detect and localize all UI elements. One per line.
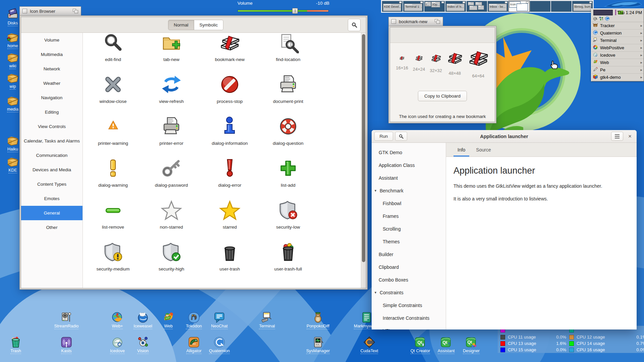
category-weather[interactable]: Weather [21,76,83,90]
volume-slider-handle[interactable] [292,8,298,14]
desktop-icon-vision[interactable]: Vision [130,336,156,353]
deskbar-app-quaternion[interactable]: Quaternion ▸ [591,29,644,37]
workspace-tile-6[interactable]: Inbox - be... [488,1,508,12]
grid-icon-dialog-question[interactable]: dialog-question [259,112,317,154]
category-navigation[interactable]: Navigation [21,90,83,105]
grid-icon-process-stop[interactable]: process-stop [201,70,259,112]
bookmark-window-tab[interactable]: bookmark-new [388,17,443,26]
sidebar-item-frames[interactable]: Frames [372,210,446,223]
desktop-icon-web-[interactable]: Web+ [105,311,130,328]
desktop-icon-icedove[interactable]: Icedove [105,336,130,353]
deskbar-app-icedove[interactable]: Icedove ▸ [591,52,644,59]
grid-icon-security-high[interactable]: security-high [142,238,201,280]
deskbar-app-webpositive[interactable]: WebPositive ▸ [591,44,644,52]
workspace-tile-8[interactable] [530,1,550,12]
sidebar-item-application-class[interactable]: Application Class [372,159,446,172]
sidebar-item-vfl[interactable]: VFL [372,324,446,329]
expander-triangle-icon[interactable]: ▼ [374,291,377,294]
sidebar-item-benchmark[interactable]: ▼Benchmark [372,184,446,197]
grid-icon-user-trash-full[interactable]: user-trash-full [259,238,317,280]
deskbar-leaf-corner[interactable] [591,0,644,8]
category-content-types[interactable]: Content Types [21,177,83,191]
expander-triangle-icon[interactable]: ▼ [374,189,377,192]
category-volume[interactable]: Volume [21,33,83,47]
grid-icon-find-location[interactable]: find-location [259,28,317,70]
sidebar-item-builder[interactable]: Builder [372,248,446,261]
category-editing[interactable]: Editing [21,105,83,119]
nodes-tray-icon[interactable] [599,16,604,22]
category-view-controls[interactable]: View Controls [21,119,83,134]
icon-browser-window-tab[interactable]: Icon Browser [19,6,81,15]
grid-icon-edit-find[interactable]: edit-find [84,28,142,70]
zoom-button[interactable] [435,19,440,24]
grid-icon-starred[interactable]: starred [201,196,259,238]
grid-icon-security-low[interactable]: security-low [259,196,317,238]
category-emotes[interactable]: Emotes [21,191,83,206]
workspace-tile-9[interactable] [551,1,572,12]
workspace-tile-4[interactable]: Index of /s... [445,1,466,12]
desktop-icon-ponpokodiff[interactable]: PonpokoDiff [305,311,331,328]
deskbar-app-web[interactable]: Web ▸ [591,59,644,66]
clock[interactable]: Thu 1:24 PM [617,10,642,15]
desktop-icon-iceweasel[interactable]: Iceweasel [130,311,156,328]
workspace-tile-2[interactable]: Terminal 1: ... [403,1,424,12]
category-devices-and-media[interactable]: Devices and Media [21,163,83,177]
deskbar-app-gtk4-demo[interactable]: gtk4-demo ▸ [591,74,644,81]
grid-icon-list-remove[interactable]: list-remove [84,196,142,238]
workspace-tile-3[interactable]: /.../Op... [424,1,445,12]
workspace-tile-7[interactable]: Icon ... [509,1,529,12]
grid-icon-list-add[interactable]: list-add [259,154,317,196]
sidebar-item-clipboard[interactable]: Clipboard [372,261,446,274]
speaker-tray-icon[interactable] [593,16,598,22]
quaternion-tray-icon[interactable] [605,16,610,22]
volume-slider-track[interactable] [237,10,329,12]
sidebar-item-scrolling[interactable]: Scrolling [372,223,446,235]
desktop-icon-terminal[interactable]: Terminal [254,311,280,328]
category-calendar-tasks-and-alarms[interactable]: Calendar, Tasks and Alarms [21,134,83,148]
desktop-icon-alligator[interactable]: Alligator [181,336,207,353]
grid-icon-security-medium[interactable]: security-medium [84,238,142,280]
grid-icon-document-print[interactable]: document-print [259,70,317,112]
hamburger-menu-button[interactable] [611,132,623,141]
close-button[interactable] [22,9,27,13]
search-button[interactable] [395,132,407,141]
sidebar-item-combo-boxes[interactable]: Combo Boxes [372,274,446,286]
sidebar-item-constraints[interactable]: ▼Constraints [372,286,446,299]
scrollbar-thumb[interactable] [362,34,365,262]
category-multimedia[interactable]: Multimedia [21,47,83,62]
search-button[interactable] [348,19,361,31]
deskbar-app-terminal[interactable]: Terminal ▸ [591,37,644,44]
grid-icon-printer-error[interactable]: printer-error [142,112,201,154]
grid-icon-dialog-password[interactable]: dialog-password [142,154,201,196]
grid-icon-bookmark-new[interactable]: bookmark-new [201,28,259,70]
close-icon[interactable]: × [626,133,634,140]
grid-icon-dialog-information[interactable]: dialog-information [201,112,259,154]
grid-icon-printer-warning[interactable]: printer-warning [84,112,142,154]
desktop-icon-neochat[interactable]: NeoChat [207,311,232,328]
zoom-button[interactable] [73,9,78,13]
grid-icon-non-starred[interactable]: non-starred [142,196,201,238]
sidebar-item-interactive-constraints[interactable]: Interactive Constraints [372,312,446,324]
close-button[interactable] [391,19,396,24]
desktop-icon-quaternion[interactable]: Quaternion [207,336,232,353]
desktop-icon-assistant[interactable]: Qt ? Assistant [433,336,459,353]
grid-icon-user-trash[interactable]: user-trash [201,238,259,280]
category-network[interactable]: Network [21,62,83,76]
tab-info[interactable]: Info [452,143,471,157]
workspaces-replicant[interactable] [593,10,613,15]
desktop-icon-designer[interactable]: Qt Designer [459,336,484,353]
desktop-icon-cudatext[interactable]: CudaText [357,336,382,353]
scrollbar[interactable] [361,33,366,288]
workspace-tile-5[interactable] [467,1,487,12]
grid-icon-dialog-warning[interactable]: dialog-warning [84,154,142,196]
category-communication[interactable]: Communication [21,148,83,163]
desktop-icon-qt-creator[interactable]: Qt Qt Creator [408,336,433,353]
desktop-icon-kasts[interactable]: Kasts [54,336,79,353]
sidebar-item-fishbowl[interactable]: Fishbowl [372,197,446,210]
category-general[interactable]: General [21,206,83,220]
category-other[interactable]: Other [21,220,83,235]
sidebar-item-simple-constraints[interactable]: Simple Constraints [372,299,446,312]
deskbar-app-tracker[interactable]: Tracker ▸ [591,22,644,29]
sidebar-item-themes[interactable]: Themes [372,235,446,248]
workspace-tile-10[interactable]: librsvg, bum... [572,1,593,12]
